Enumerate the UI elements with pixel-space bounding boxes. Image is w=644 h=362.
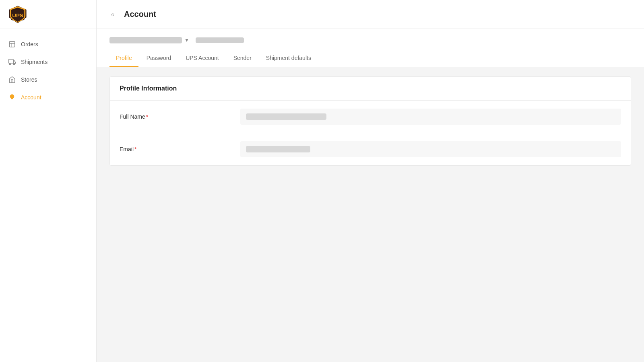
email-label: Email* [120,146,240,152]
profile-section-title: Profile Information [110,77,631,101]
sidebar-item-account[interactable]: Account [0,88,96,106]
svg-point-8 [9,63,11,65]
collapse-sidebar-button[interactable]: « [106,8,119,21]
account-header: ▼ Profile Password UPS Account Sender [97,29,644,67]
logo-container: UPS [0,0,96,29]
account-name-blurred [109,37,182,43]
sidebar-item-orders[interactable]: Orders [0,35,96,53]
account-selector[interactable]: ▼ [109,37,189,43]
shipments-icon [8,58,16,66]
ups-logo: UPS [8,5,27,24]
main-content: « Account ▼ Profile Password [97,0,644,362]
tab-profile[interactable]: Profile [109,50,138,67]
email-row: Email* [110,133,631,165]
full-name-blurred [246,113,326,120]
account-tabs: Profile Password UPS Account Sender Ship… [109,50,631,67]
full-name-row: Full Name* [110,101,631,133]
sidebar-item-shipments[interactable]: Shipments [0,53,96,71]
required-star-email: * [134,146,136,152]
account-email-blurred [196,37,244,43]
collapse-icon: « [111,11,115,18]
sidebar-item-stores[interactable]: Stores [0,71,96,88]
stores-icon [8,76,16,84]
email-blurred [246,146,310,152]
tab-sender[interactable]: Sender [227,50,258,67]
page-title: Account [124,10,156,19]
tab-password[interactable]: Password [140,50,178,67]
top-bar-left: « Account [106,8,156,21]
sidebar: UPS Orders Shipments [0,0,97,362]
sidebar-item-orders-label: Orders [21,41,38,47]
orders-icon [8,40,16,48]
full-name-label: Full Name* [120,113,240,120]
sidebar-nav: Orders Shipments Stores [0,29,96,362]
content-area: ▼ Profile Password UPS Account Sender [97,29,644,362]
email-value [240,141,621,157]
account-icon [8,93,16,101]
required-star-name: * [146,113,148,120]
full-name-value [240,109,621,125]
dropdown-arrow-icon: ▼ [184,37,189,43]
svg-rect-4 [9,41,15,47]
sidebar-item-shipments-label: Shipments [21,59,47,65]
top-bar: « Account [97,0,644,29]
tab-shipment-defaults[interactable]: Shipment defaults [260,50,318,67]
full-name-field-container [240,109,621,125]
account-selector-row: ▼ [109,29,631,43]
profile-information-section: Profile Information Full Name* Email* [109,76,631,166]
tab-ups-account[interactable]: UPS Account [179,50,225,67]
sidebar-item-stores-label: Stores [21,76,37,83]
email-field-container [240,141,621,157]
sidebar-item-account-label: Account [21,94,41,101]
svg-rect-7 [9,59,13,63]
svg-text:UPS: UPS [12,12,23,19]
svg-point-9 [13,63,15,65]
